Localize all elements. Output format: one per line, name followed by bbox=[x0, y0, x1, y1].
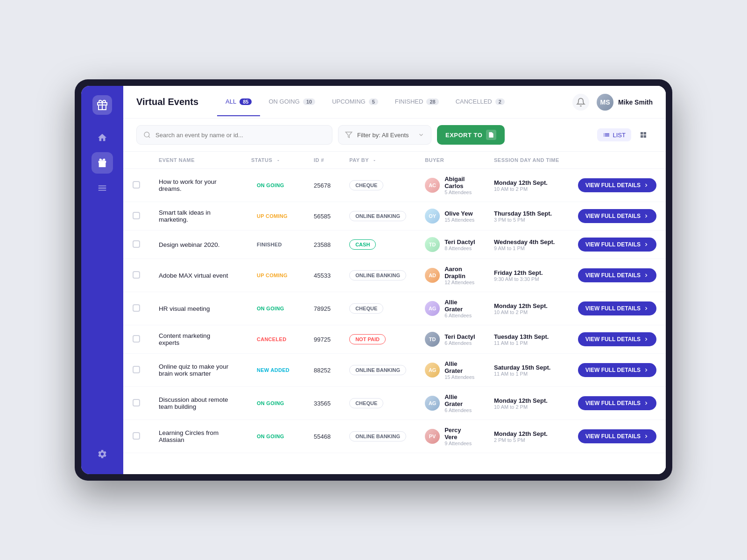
row-checkbox[interactable] bbox=[133, 240, 140, 248]
tab-label-cancelled: CANCELLED bbox=[456, 98, 492, 105]
buyer-name: Teri Dactyl bbox=[444, 333, 475, 340]
buyer-name: Allie Grater bbox=[444, 360, 475, 374]
toolbar: Filter by: All Events EXPORT TO bbox=[123, 119, 666, 152]
status-cell: UP COMING bbox=[242, 259, 304, 292]
buyer-name: Aaron Draplin bbox=[444, 266, 475, 280]
list-view-button[interactable]: LIST bbox=[597, 128, 631, 141]
event-name: Smart talk ideas in marketing. bbox=[159, 209, 211, 223]
action-cell: VIEW FULL DETAILS bbox=[569, 325, 666, 354]
buyer-name: Abigail Carlos bbox=[444, 175, 475, 189]
excel-icon bbox=[486, 130, 496, 140]
pay-badge: ONLINE BANKING bbox=[349, 365, 406, 375]
buyer-cell: AG Allie Grater 6 Attendees bbox=[416, 292, 485, 325]
tab-badge-finished: 28 bbox=[426, 98, 438, 105]
row-checkbox[interactable] bbox=[133, 304, 140, 312]
sidebar-item-events[interactable] bbox=[92, 152, 113, 174]
id-cell: 25678 bbox=[304, 169, 340, 202]
action-cell: VIEW FULL DETAILS bbox=[569, 259, 666, 292]
row-checkbox[interactable] bbox=[133, 335, 140, 343]
search-wrapper[interactable] bbox=[136, 125, 332, 145]
buyer-avatar: AG bbox=[425, 363, 440, 378]
buyer-info: Allie Grater 6 Attendees bbox=[444, 299, 475, 318]
view-details-button[interactable]: VIEW FULL DETAILS bbox=[578, 301, 656, 315]
event-name: Content marketing experts bbox=[159, 332, 210, 346]
pay-cell: CHEQUE bbox=[340, 292, 416, 325]
event-name-cell: Smart talk ideas in marketing. bbox=[149, 202, 242, 231]
row-checkbox[interactable] bbox=[133, 399, 140, 406]
search-input[interactable] bbox=[155, 132, 325, 139]
tab-label-upcoming: UPCOMING bbox=[332, 98, 366, 105]
row-checkbox-cell bbox=[123, 292, 149, 325]
pay-cell: CHEQUE bbox=[340, 169, 416, 202]
session-day: Monday 12th Sept. bbox=[494, 179, 559, 186]
tab-ongoing[interactable]: ON GOING10 bbox=[260, 88, 324, 116]
user-profile[interactable]: MS Mike Smith bbox=[597, 94, 653, 111]
event-name-cell: Learning Circles from Atlassian bbox=[149, 420, 242, 453]
session-day: Friday 12th Sept. bbox=[494, 269, 559, 276]
pay-badge: CASH bbox=[349, 239, 376, 250]
tab-badge-ongoing: 10 bbox=[303, 98, 315, 105]
tab-finished[interactable]: FINISHED28 bbox=[387, 88, 447, 116]
buyer-cell: AG Allie Grater 15 Attendees bbox=[416, 354, 485, 387]
row-checkbox[interactable] bbox=[133, 212, 140, 219]
session-time: 3 PM to 5 PM bbox=[494, 217, 559, 223]
notifications-button[interactable] bbox=[572, 94, 589, 111]
buyer-attendees: 12 Attendees bbox=[444, 280, 475, 285]
sidebar-bottom bbox=[92, 443, 113, 465]
event-name: How to work for your dreams. bbox=[159, 178, 217, 192]
svg-point-1 bbox=[144, 132, 149, 137]
session-cell: Tuesday 13th Sept. 11 AM to 1 PM bbox=[485, 325, 569, 354]
buyer-avatar: AG bbox=[425, 396, 440, 411]
grid-view-button[interactable] bbox=[634, 128, 653, 141]
tab-cancelled[interactable]: CANCELLED2 bbox=[447, 88, 513, 116]
sidebar-item-menu[interactable] bbox=[92, 177, 113, 199]
row-checkbox[interactable] bbox=[133, 271, 140, 279]
view-details-button[interactable]: VIEW FULL DETAILS bbox=[578, 178, 656, 192]
action-cell: VIEW FULL DETAILS bbox=[569, 169, 666, 202]
view-details-button[interactable]: VIEW FULL DETAILS bbox=[578, 429, 656, 443]
avatar-image: MS bbox=[597, 94, 613, 111]
session-info: Monday 12th Sept. 10 AM to 2 PM bbox=[494, 397, 559, 410]
chevron-down-icon bbox=[418, 132, 424, 138]
buyer-avatar: AC bbox=[425, 178, 440, 193]
view-details-button[interactable]: VIEW FULL DETAILS bbox=[578, 238, 656, 252]
view-details-button[interactable]: VIEW FULL DETAILS bbox=[578, 209, 656, 223]
buyer-cell: OY Olive Yew 15 Attendees bbox=[416, 202, 485, 231]
status-cell: ON GOING bbox=[242, 169, 304, 202]
session-cell: Friday 12th Sept. 9:30 AM to 3:30 PM bbox=[485, 259, 569, 292]
row-checkbox[interactable] bbox=[133, 432, 140, 440]
pay-badge: ONLINE BANKING bbox=[349, 270, 406, 280]
event-id: 55468 bbox=[314, 433, 331, 440]
filter-wrapper[interactable]: Filter by: All Events bbox=[338, 125, 431, 145]
view-details-button[interactable]: VIEW FULL DETAILS bbox=[578, 332, 656, 346]
session-day: Thursday 15th Sept. bbox=[494, 210, 559, 217]
sidebar-item-home[interactable] bbox=[92, 127, 113, 148]
col-event-name: EVENT NAME bbox=[149, 152, 242, 169]
list-view-label: LIST bbox=[613, 132, 626, 139]
row-checkbox-cell bbox=[123, 169, 149, 202]
pay-badge: ONLINE BANKING bbox=[349, 431, 406, 441]
view-details-button[interactable]: VIEW FULL DETAILS bbox=[578, 363, 656, 377]
buyer-cell: PV Percy Vere 9 Attendees bbox=[416, 420, 485, 453]
row-checkbox[interactable] bbox=[133, 366, 140, 373]
buyer-attendees: 6 Attendees bbox=[444, 340, 475, 346]
buyer-avatar: TD bbox=[425, 332, 440, 347]
session-info: Tuesday 13th Sept. 11 AM to 1 PM bbox=[494, 333, 559, 346]
session-info: Saturday 15th Sept. 11 AM to 1 PM bbox=[494, 364, 559, 377]
event-id: 88252 bbox=[314, 367, 331, 374]
sidebar-item-settings[interactable] bbox=[92, 443, 113, 465]
event-name-cell: Adobe MAX virtual event bbox=[149, 259, 242, 292]
id-cell: 55468 bbox=[304, 420, 340, 453]
buyer-avatar: OY bbox=[425, 209, 440, 224]
tab-all[interactable]: ALL85 bbox=[217, 88, 260, 116]
pay-cell: ONLINE BANKING bbox=[340, 202, 416, 231]
row-checkbox[interactable] bbox=[133, 181, 140, 189]
session-info: Monday 12th Sept. 10 AM to 2 PM bbox=[494, 179, 559, 192]
view-details-button[interactable]: VIEW FULL DETAILS bbox=[578, 396, 656, 410]
pay-cell: NOT PAID bbox=[340, 325, 416, 354]
tab-upcoming[interactable]: UPCOMING5 bbox=[324, 88, 387, 116]
sidebar-logo[interactable] bbox=[92, 95, 112, 115]
export-button[interactable]: EXPORT TO bbox=[437, 125, 505, 145]
buyer-cell: AD Aaron Draplin 12 Attendees bbox=[416, 259, 485, 292]
view-details-button[interactable]: VIEW FULL DETAILS bbox=[578, 268, 656, 282]
